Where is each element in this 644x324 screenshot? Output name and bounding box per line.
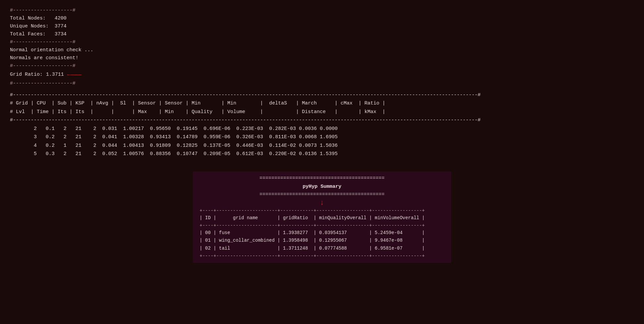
table-row: 3 0.2 2 21 2 0.041 1.00328 0.93413 0.147… <box>10 133 634 142</box>
dashed-line-4: #--------------------# <box>10 80 634 88</box>
total-faces-line: Total Faces: 3734 <box>10 30 634 38</box>
summary-data-row-1: | 01 | wing_collar_combined | 1.3958498 … <box>200 237 444 245</box>
normals-consistent-line: Normals are consistent! <box>10 54 634 62</box>
unique-nodes-line: Unique Nodes: 3774 <box>10 22 634 30</box>
terminal-output: #--------------------# Total Nodes: 4200… <box>3 3 641 91</box>
dashed-line-1: #--------------------# <box>10 7 634 15</box>
col-header-dashed: #---------------------------------------… <box>10 116 634 125</box>
summary-data-row-2: | 02 | tail | 1.3711248 | 0.07774588 | 6… <box>200 245 444 253</box>
summary-border-top: +----+----------------------+-----------… <box>200 207 444 214</box>
dashed-line-3: #--------------------# <box>10 62 634 70</box>
table-section: #---------------------------------------… <box>3 91 641 162</box>
col-header-1: # Grid | CPU | Sub | KSP | nAvg | Sl | S… <box>10 99 634 108</box>
summary-panel: ========================================… <box>193 172 451 263</box>
grid-ratio-label: Grid Ratio: <box>10 71 43 79</box>
grid-ratio-line: Grid Ratio: 1.3711 ←——— <box>10 70 634 80</box>
summary-title: pyHyp Summary <box>200 182 444 191</box>
summary-header-row: | ID | grid name | gridRatio | minQualit… <box>200 214 444 222</box>
table-row: 4 0.2 1 21 2 0.044 1.00413 0.91809 0.128… <box>10 142 634 150</box>
total-nodes-line: Total Nodes: 4200 <box>10 15 634 22</box>
summary-border-header: +----+----------------------+-----------… <box>200 222 444 229</box>
arrow-right-icon: ←——— <box>67 70 81 80</box>
table-top-border: #---------------------------------------… <box>10 91 634 100</box>
col-header-2: # Lvl | Time | Its | Its | | | Max | Min… <box>10 108 634 116</box>
equals-bottom: ========================================… <box>200 191 444 199</box>
table-row: 2 0.1 2 21 2 0.031 1.00217 0.95650 0.191… <box>10 125 634 133</box>
grid-ratio-value: 1.3711 <box>46 71 64 79</box>
dashed-line-2: #--------------------# <box>10 38 634 46</box>
data-rows-container: 2 0.1 2 21 2 0.031 1.00217 0.95650 0.191… <box>10 125 634 158</box>
summary-table-container: +----+----------------------+-----------… <box>200 207 444 260</box>
summary-data-row-0: | 00 | fuse | 1.3938277 | 0.03954137 | 5… <box>200 229 444 237</box>
down-arrow-icon: ↓ <box>320 199 324 207</box>
summary-arrow-container: ↓ <box>200 199 444 207</box>
summary-border-bottom: +----+----------------------+-----------… <box>200 253 444 260</box>
equals-top: ========================================… <box>200 175 444 182</box>
normal-check-line: Normal orientation check ... <box>10 46 634 54</box>
table-row: 5 0.3 2 21 2 0.052 1.00576 0.88356 0.107… <box>10 150 634 158</box>
